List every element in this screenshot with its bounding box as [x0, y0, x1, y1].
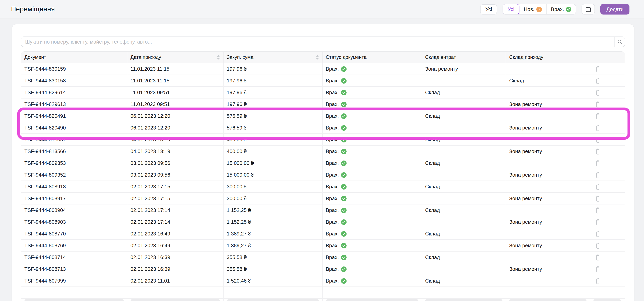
segment-filter-1[interactable]: Нов. [519, 4, 546, 14]
trash-icon [595, 278, 601, 284]
document-cell[interactable]: TSF-9444-829613 [21, 98, 127, 110]
delete-button[interactable] [594, 206, 602, 214]
table-row[interactable]: TSF-9444-809353 03.01.2023 09:56 15 000,… [21, 157, 625, 169]
document-cell[interactable]: TSF-9444-809353 [21, 157, 127, 169]
document-cell[interactable]: TSF-9444-820490 [21, 122, 127, 133]
document-cell[interactable]: TSF-9444-808770 [21, 228, 127, 239]
table-row[interactable]: TSF-9444-808903 02.01.2023 17:14 1 152,2… [21, 216, 625, 228]
table-row[interactable]: TSF-9444-808917 02.01.2023 17:15 300,00 … [21, 193, 625, 205]
document-cell[interactable]: TSF-9444-808918 [21, 181, 127, 192]
sort-icon-col-1[interactable] [216, 54, 220, 60]
document-cell[interactable]: TSF-9444-808904 [21, 205, 127, 216]
document-cell[interactable]: TSF-9444-829614 [21, 87, 127, 98]
search-bar [21, 36, 625, 47]
document-cell[interactable]: TSF-9444-830158 [21, 75, 127, 86]
table-row[interactable]: TSF-9444-829613 11.01.2023 09:51 197,96 … [21, 98, 625, 110]
document-cell[interactable]: TSF-9444-808903 [21, 216, 127, 228]
document-cell[interactable]: TSF-9444-820491 [21, 110, 127, 122]
delete-button[interactable] [594, 171, 602, 179]
column-header: Статус документа [322, 52, 422, 63]
filter-all-button[interactable]: Усі [480, 4, 497, 14]
row-actions-cell [590, 110, 624, 122]
table-row[interactable]: TSF-9444-808770 02.01.2023 16:49 1 389,2… [21, 228, 625, 240]
document-cell[interactable]: TSF-9444-808713 [21, 263, 127, 275]
status-check-icon [341, 266, 347, 272]
purchase-amount-cell: 1 520,46 ₴ [224, 275, 322, 287]
delete-button[interactable] [594, 230, 602, 238]
status-check-icon [341, 231, 347, 237]
skeleton-cell [127, 299, 224, 301]
delete-button[interactable] [594, 183, 602, 191]
delete-button[interactable] [594, 265, 602, 273]
column-header: Склад витрат [422, 52, 506, 63]
delete-button[interactable] [594, 194, 602, 202]
row-actions-cell [590, 87, 624, 98]
expense-warehouse-cell [422, 169, 506, 181]
delete-button[interactable] [594, 112, 602, 120]
delete-button[interactable] [594, 277, 602, 285]
status-check-icon [341, 207, 347, 213]
table-row[interactable]: TSF-9444-808714 02.01.2023 16:39 355,58 … [21, 252, 625, 263]
table-row[interactable]: TSF-9444-830158 11.01.2023 11:15 197,96 … [21, 75, 625, 87]
table-row[interactable]: TSF-9444-809352 03.01.2023 09:56 15 000,… [21, 169, 625, 181]
table-row[interactable]: TSF-9444-808713 02.01.2023 16:39 355,58 … [21, 263, 625, 275]
document-status-cell: Врах. [322, 181, 422, 192]
status-label: Врах. [326, 160, 339, 166]
delete-button[interactable] [594, 218, 602, 226]
document-cell[interactable]: TSF-9444-809352 [21, 169, 127, 181]
trash-icon [595, 242, 601, 249]
sort-icon-col-2[interactable] [316, 54, 319, 60]
add-button[interactable]: Додати [600, 4, 630, 14]
table-row[interactable]: TSF-9444-808918 02.01.2023 17:15 300,00 … [21, 181, 625, 193]
document-cell[interactable]: TSF-9444-808769 [21, 240, 127, 251]
delete-button[interactable] [594, 88, 602, 96]
delete-button[interactable] [594, 242, 602, 249]
delete-button[interactable] [594, 147, 602, 155]
expense-warehouse-cell: Склад [422, 110, 506, 122]
document-status-cell: Врах. [322, 275, 422, 287]
status-check-icon [341, 219, 347, 225]
delete-button[interactable] [594, 124, 602, 132]
empty-cell [224, 287, 322, 298]
expense-warehouse-cell [422, 216, 506, 228]
table-row[interactable]: TSF-9444-829614 11.01.2023 09:51 197,96 … [21, 87, 625, 98]
delete-button[interactable] [594, 100, 602, 108]
segment-filter-2[interactable]: Врах. [546, 4, 576, 14]
status-check-icon [341, 184, 347, 189]
table-row[interactable]: TSF-9444-808904 02.01.2023 17:14 1 152,2… [21, 205, 625, 216]
table-row[interactable]: TSF-9444-808769 02.01.2023 16:49 1 389,2… [21, 240, 625, 252]
table-row-highlighted[interactable]: TSF-9444-820490 06.01.2023 12:20 576,59 … [21, 122, 625, 134]
delete-button[interactable] [594, 77, 602, 85]
delete-button[interactable] [594, 136, 602, 143]
purchase-amount-cell: 300,00 ₴ [224, 193, 322, 204]
purchase-amount-cell: 197,96 ₴ [224, 87, 322, 98]
status-check-icon [341, 196, 347, 201]
document-status-cell: Врах. [322, 110, 422, 122]
search-button[interactable] [614, 37, 625, 47]
search-icon [617, 39, 622, 45]
delete-button[interactable] [594, 65, 602, 73]
row-actions-cell [590, 193, 624, 204]
document-cell[interactable]: TSF-9444-830159 [21, 63, 127, 75]
table-row[interactable]: TSF-9444-807999 02.01.2023 11:01 1 520,4… [21, 275, 625, 287]
income-warehouse-cell: Зона ремонту [506, 263, 590, 275]
table-row[interactable]: TSF-9444-813567 04.01.2023 13:19 400,00 … [21, 134, 625, 146]
document-cell[interactable]: TSF-9444-808917 [21, 193, 127, 204]
document-cell[interactable]: TSF-9444-808714 [21, 252, 127, 263]
delete-button[interactable] [594, 253, 602, 261]
document-cell[interactable]: TSF-9444-807999 [21, 275, 127, 287]
document-cell[interactable]: TSF-9444-813567 [21, 134, 127, 145]
table-row[interactable]: TSF-9444-813566 04.01.2023 13:19 400,00 … [21, 146, 625, 157]
date-range-button[interactable] [582, 4, 595, 14]
income-warehouse-cell [506, 157, 590, 169]
table-row-highlighted[interactable]: TSF-9444-820491 06.01.2023 12:20 576,59 … [21, 110, 625, 122]
table-row[interactable]: TSF-9444-830159 11.01.2023 11:15 197,96 … [21, 63, 625, 75]
document-cell[interactable]: TSF-9444-813566 [21, 146, 127, 157]
search-input[interactable] [21, 37, 614, 47]
purchase-amount-cell: 1 389,27 ₴ [224, 228, 322, 239]
row-actions-cell [590, 75, 624, 86]
segment-filter-0[interactable]: Усі [502, 4, 520, 14]
delete-button[interactable] [594, 159, 602, 167]
row-actions-cell [590, 157, 624, 169]
skeleton-cell [224, 299, 322, 301]
